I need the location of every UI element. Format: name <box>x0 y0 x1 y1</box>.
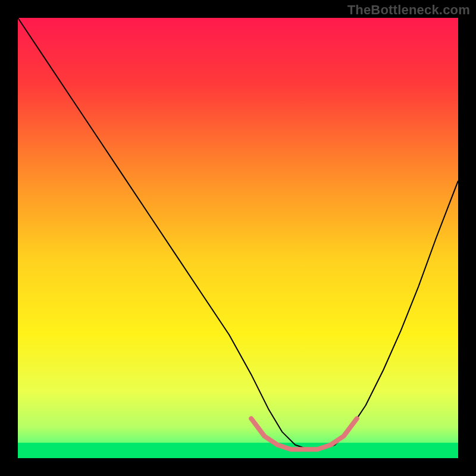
watermark-text: TheBottleneck.com <box>347 2 470 18</box>
svg-rect-1 <box>18 443 458 458</box>
svg-rect-0 <box>18 18 458 458</box>
bottleneck-chart <box>0 0 476 476</box>
chart-frame: TheBottleneck.com <box>0 0 476 476</box>
